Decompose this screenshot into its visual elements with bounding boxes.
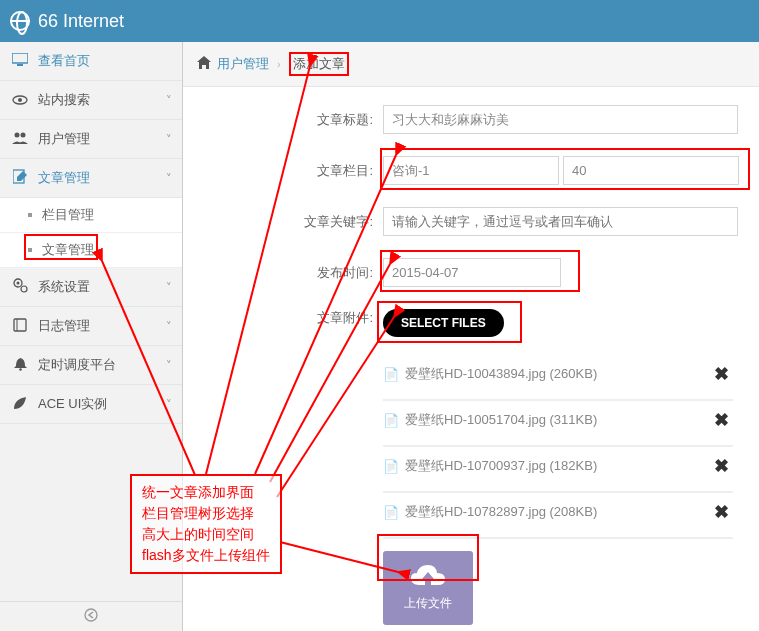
sidebar-item-logs[interactable]: 日志管理 ˅ — [0, 307, 182, 346]
chevron-down-icon: ˅ — [166, 320, 172, 333]
svg-point-4 — [15, 133, 20, 138]
sidebar-sub-group: 栏目管理 文章管理 — [0, 198, 182, 268]
sidebar-label: 系统设置 — [38, 278, 166, 296]
sidebar-item-home[interactable]: 查看首页 — [0, 42, 182, 81]
file-remove-button[interactable]: ✖ — [710, 501, 733, 523]
svg-rect-0 — [12, 53, 28, 63]
file-item: 📄 爱壁纸HD-10043894.jpg (260KB) ✖ — [383, 355, 733, 401]
sidebar-item-search[interactable]: 站内搜索 ˅ — [0, 81, 182, 120]
collapse-icon — [84, 608, 98, 622]
svg-point-5 — [21, 133, 26, 138]
upload-button[interactable]: 上传文件 — [383, 551, 473, 625]
sidebar-label: 用户管理 — [38, 130, 166, 148]
eye-icon — [10, 92, 30, 108]
sidebar-item-system[interactable]: 系统设置 ˅ — [0, 268, 182, 307]
chevron-down-icon: ˅ — [166, 133, 172, 146]
chevron-down-icon: ˅ — [166, 94, 172, 107]
sidebar-sub-articles[interactable]: 文章管理 — [0, 233, 182, 268]
annotation-line: 统一文章添加界面 — [142, 482, 270, 503]
chevron-down-icon: ˅ — [166, 398, 172, 411]
keyword-input[interactable] — [383, 207, 738, 236]
sub-label: 栏目管理 — [42, 206, 94, 224]
keyword-label: 文章关键字 — [303, 213, 383, 231]
sidebar-item-articles[interactable]: 文章管理 ˅ — [0, 159, 182, 198]
edit-icon — [10, 169, 30, 187]
file-item: 📄 爱壁纸HD-10700937.jpg (182KB) ✖ — [383, 447, 733, 493]
file-remove-button[interactable]: ✖ — [710, 409, 733, 431]
sidebar-label: 日志管理 — [38, 317, 166, 335]
svg-point-3 — [18, 98, 22, 102]
chevron-down-icon: ˅ — [166, 172, 172, 185]
chevron-down-icon: ˅ — [166, 359, 172, 372]
upload-label: 上传文件 — [404, 595, 452, 612]
bell-icon — [10, 357, 30, 374]
file-name: 爱壁纸HD-10043894.jpg (260KB) — [405, 365, 710, 383]
chevron-down-icon: ˅ — [166, 281, 172, 294]
app-title: 66 Internet — [38, 11, 124, 32]
publish-input[interactable] — [383, 258, 561, 287]
column-label: 文章栏目 — [303, 162, 383, 180]
sidebar-item-scheduler[interactable]: 定时调度平台 ˅ — [0, 346, 182, 385]
sidebar-label: 站内搜索 — [38, 91, 166, 109]
book-icon — [10, 318, 30, 335]
select-files-button[interactable]: SELECT FILES — [383, 309, 504, 337]
breadcrumb-current: 添加文章 — [289, 52, 349, 76]
leaf-icon — [10, 396, 30, 413]
row-title: 文章标题 — [303, 105, 739, 134]
row-column: 文章栏目 — [303, 156, 739, 185]
sidebar-item-users[interactable]: 用户管理 ˅ — [0, 120, 182, 159]
file-icon: 📄 — [383, 367, 399, 382]
title-input[interactable] — [383, 105, 738, 134]
sidebar-label: 查看首页 — [38, 52, 172, 70]
file-name: 爱壁纸HD-10700937.jpg (182KB) — [405, 457, 710, 475]
annotation-line: flash多文件上传组件 — [142, 545, 270, 566]
file-icon: 📄 — [383, 413, 399, 428]
file-list: 📄 爱壁纸HD-10043894.jpg (260KB) ✖ 📄 爱壁纸HD-1… — [383, 355, 739, 539]
file-name: 爱壁纸HD-10782897.jpg (208KB) — [405, 503, 710, 521]
row-keyword: 文章关键字 — [303, 207, 739, 236]
file-item: 📄 爱壁纸HD-10051704.jpg (311KB) ✖ — [383, 401, 733, 447]
svg-point-9 — [21, 286, 27, 292]
file-icon: 📄 — [383, 505, 399, 520]
svg-point-13 — [85, 609, 97, 621]
svg-point-8 — [16, 282, 19, 285]
sidebar-sub-columns[interactable]: 栏目管理 — [0, 198, 182, 233]
cloud-upload-icon — [411, 565, 445, 591]
globe-icon — [10, 11, 30, 31]
topbar: 66 Internet — [0, 0, 759, 42]
file-icon: 📄 — [383, 459, 399, 474]
home-icon — [197, 56, 211, 72]
sub-label: 文章管理 — [42, 241, 94, 259]
annotation-line: 高大上的时间空间 — [142, 524, 270, 545]
sidebar-label: ACE UI实例 — [38, 395, 166, 413]
row-publish: 发布时间 — [303, 258, 739, 287]
file-remove-button[interactable]: ✖ — [710, 363, 733, 385]
monitor-icon — [10, 53, 30, 69]
breadcrumb-separator: › — [277, 58, 281, 70]
publish-label: 发布时间 — [303, 264, 383, 282]
breadcrumb-link[interactable]: 用户管理 — [217, 55, 269, 73]
users-icon — [10, 131, 30, 147]
file-item: 📄 爱壁纸HD-10782897.jpg (208KB) ✖ — [383, 493, 733, 539]
title-label: 文章标题 — [303, 111, 383, 129]
file-name: 爱壁纸HD-10051704.jpg (311KB) — [405, 411, 710, 429]
svg-rect-1 — [17, 64, 23, 66]
svg-point-12 — [19, 368, 22, 371]
annotation-line: 栏目管理树形选择 — [142, 503, 270, 524]
sidebar-label: 定时调度平台 — [38, 356, 166, 374]
cogs-icon — [10, 278, 30, 296]
sidebar-item-aceui[interactable]: ACE UI实例 ˅ — [0, 385, 182, 424]
sidebar-label: 文章管理 — [38, 169, 166, 187]
column-id-input[interactable] — [563, 156, 739, 185]
breadcrumb: 用户管理 › 添加文章 — [183, 42, 759, 87]
sidebar-collapse-button[interactable] — [0, 601, 182, 631]
file-remove-button[interactable]: ✖ — [710, 455, 733, 477]
attach-label: 文章附件 — [303, 309, 383, 327]
row-attach: 文章附件 SELECT FILES 📄 爱壁纸HD-10043894.jpg (… — [303, 309, 739, 625]
annotation-callout: 统一文章添加界面 栏目管理树形选择 高大上的时间空间 flash多文件上传组件 — [130, 474, 282, 574]
column-name-input[interactable] — [383, 156, 559, 185]
svg-rect-10 — [14, 319, 26, 331]
